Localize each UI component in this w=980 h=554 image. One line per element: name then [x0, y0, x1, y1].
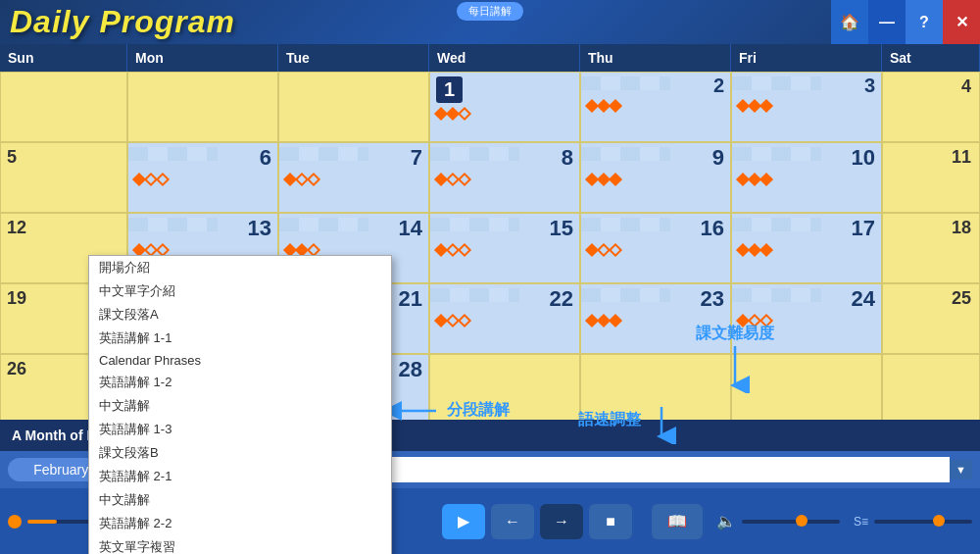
cell-w2-mon[interactable]: 6 [127, 142, 278, 213]
next-button[interactable]: → [540, 504, 583, 539]
d3 [760, 173, 773, 186]
diamonds-8 [430, 173, 579, 186]
d3 [760, 99, 773, 113]
diamonds-15 [430, 243, 579, 257]
date-2: 2 [708, 73, 730, 99]
date-5: 5 [1, 143, 126, 172]
date-10: 10 [846, 143, 881, 173]
d3 [458, 314, 471, 327]
arrow-down-icon [647, 405, 676, 444]
cell-w1-fri[interactable]: 3 [731, 72, 882, 142]
diamonds-10 [732, 173, 881, 186]
lesson-dropdown-arrow[interactable]: ▼ [950, 460, 972, 479]
header-sat: Sat [882, 44, 980, 72]
speed-icon: S≡ [854, 515, 868, 529]
date-23: 23 [695, 284, 730, 314]
date-13: 13 [242, 214, 277, 243]
help-button[interactable]: ? [906, 0, 943, 44]
prev-button[interactable]: ← [491, 504, 534, 539]
d3 [156, 173, 170, 186]
cell-w3-thu[interactable]: 16 [580, 213, 731, 283]
dropdown-item-9[interactable]: 英語講解 2-1 [89, 465, 391, 488]
diamonds-7 [279, 173, 428, 186]
date-17: 17 [846, 214, 881, 243]
header-thu: Thu [580, 44, 731, 72]
cell-w1-sat[interactable]: 4 [882, 72, 980, 142]
close-button[interactable]: ✕ [943, 0, 980, 44]
minimize-button[interactable]: — [868, 0, 906, 44]
cell-w1-mon [127, 72, 278, 142]
volume-icon: 🔈 [716, 512, 736, 530]
header-tue: Tue [278, 44, 429, 72]
date-24: 24 [846, 284, 881, 314]
date-1: 1 [436, 76, 463, 103]
date-12: 12 [1, 214, 126, 242]
annotation-speed: 語速調整 [578, 400, 676, 439]
date-25: 25 [883, 284, 979, 313]
date-11: 11 [883, 143, 979, 172]
volume-handle[interactable] [796, 515, 808, 527]
dropdown-item-6[interactable]: 中文講解 [89, 394, 391, 418]
cell-w2-fri[interactable]: 10 [731, 142, 882, 213]
cell-w3-fri[interactable]: 17 [731, 213, 882, 283]
diamonds-1 [430, 107, 579, 121]
lesson-dropdown[interactable]: 開場介紹 中文單字介紹 課文段落A 英語講解 1-1 Calendar Phra… [88, 255, 392, 554]
dropdown-item-7[interactable]: 英語講解 1-3 [89, 418, 391, 441]
date-16: 16 [695, 214, 730, 243]
dropdown-item-3[interactable]: 英語講解 1-1 [89, 327, 391, 350]
diamonds-17 [732, 243, 881, 257]
app-title: Daily Program [0, 4, 235, 40]
play-button[interactable]: ▶ [442, 504, 485, 539]
dropdown-item-5[interactable]: 英語講解 1-2 [89, 371, 391, 394]
dropdown-item-8[interactable]: 課文段落B [89, 441, 391, 465]
header-wed: Wed [429, 44, 580, 72]
cell-w2-sun[interactable]: 5 [0, 142, 127, 213]
date-21: 21 [393, 284, 428, 314]
d3 [609, 243, 622, 257]
speed-track[interactable] [874, 520, 972, 524]
dropdown-item-2[interactable]: 課文段落A [89, 303, 391, 327]
dropdown-item-1[interactable]: 中文單字介紹 [89, 279, 391, 303]
diamonds-22 [430, 314, 579, 327]
volume-track[interactable] [742, 520, 840, 524]
d3 [458, 173, 471, 186]
dropdown-item-10[interactable]: 中文講解 [89, 488, 391, 512]
speed-handle[interactable] [933, 515, 945, 527]
calendar-day-headers: Sun Mon Tue Wed Thu Fri Sat [0, 44, 980, 72]
cell-w2-wed[interactable]: 8 [429, 142, 580, 213]
date-6: 6 [254, 143, 277, 173]
date-18: 18 [883, 214, 979, 242]
cell-w2-sat[interactable]: 11 [882, 142, 980, 213]
header-sun: Sun [0, 44, 127, 72]
dropdown-item-12[interactable]: 英文單字複習 [89, 535, 391, 554]
date-9: 9 [707, 143, 730, 173]
dropdown-item-11[interactable]: 英語講解 2-2 [89, 512, 391, 535]
progress-fill [27, 520, 57, 524]
home-button[interactable]: 🏠 [831, 0, 868, 44]
progress-handle[interactable] [8, 515, 22, 529]
stop-button[interactable]: ■ [589, 504, 632, 539]
date-4: 4 [883, 73, 979, 101]
diamonds-16 [581, 243, 730, 257]
cell-w3-wed[interactable]: 15 [429, 213, 580, 283]
dropdown-item-4[interactable]: Calendar Phrases [89, 350, 391, 371]
book-button[interactable]: 📖 [652, 504, 703, 539]
diamonds-3 [732, 99, 881, 113]
dropdown-item-0[interactable]: 開場介紹 [89, 256, 391, 279]
cell-w1-thu[interactable]: 2 [580, 72, 731, 142]
cell-w1-tue [278, 72, 429, 142]
cell-w4-sat[interactable]: 25 [882, 283, 980, 354]
annotation-segment: 分段講解 [382, 400, 510, 421]
cell-w1-wed[interactable]: 1 [429, 72, 580, 142]
cell-w4-wed[interactable]: 22 [429, 283, 580, 354]
header-fri: Fri [731, 44, 882, 72]
annotation-difficulty: 課文難易度 [696, 324, 774, 393]
cell-w3-sat[interactable]: 18 [882, 213, 980, 283]
cell-w2-thu[interactable]: 9 [580, 142, 731, 213]
d3 [609, 314, 622, 327]
difficulty-label: 課文難易度 [696, 324, 774, 344]
cell-w2-tue[interactable]: 7 [278, 142, 429, 213]
d3 [307, 173, 320, 186]
window-controls: 🏠 — ? ✕ [831, 0, 980, 44]
speed-label: 語速調整 [578, 410, 641, 430]
